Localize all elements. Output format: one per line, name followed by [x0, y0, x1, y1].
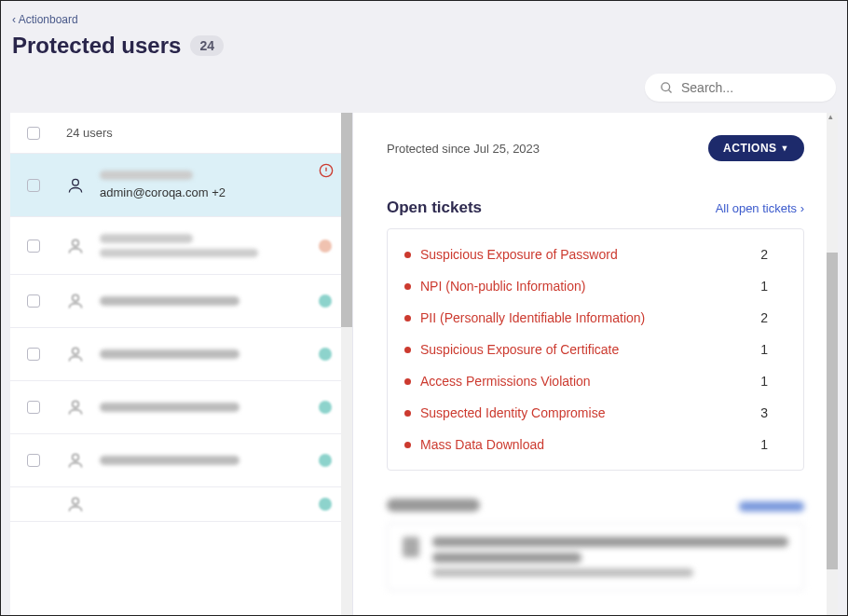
user-checkbox[interactable] — [27, 294, 40, 308]
select-all-checkbox[interactable] — [27, 127, 40, 140]
user-row[interactable] — [10, 328, 352, 381]
ticket-count: 1 — [760, 374, 786, 389]
protected-since: Protected since Jul 25, 2023 — [387, 142, 540, 156]
user-row[interactable] — [10, 275, 352, 328]
status-dot — [319, 454, 332, 467]
caret-down-icon: ▼ — [781, 144, 789, 153]
user-name — [100, 403, 239, 412]
page-title: Protected users — [12, 33, 181, 59]
svg-point-0 — [662, 82, 670, 90]
user-row[interactable] — [10, 381, 352, 434]
ticket-count: 1 — [760, 279, 786, 294]
detail-panel: Protected since Jul 25, 2023 ACTIONS ▼ O… — [353, 113, 838, 616]
user-name — [100, 234, 193, 243]
ticket-dot-icon — [404, 378, 411, 385]
ticket-dot-icon — [404, 283, 411, 290]
ticket-label[interactable]: NPI (Non-public Information) — [420, 279, 585, 294]
svg-point-8 — [73, 348, 79, 354]
actions-label: ACTIONS — [723, 142, 777, 155]
ticket-count: 1 — [760, 342, 786, 357]
svg-point-9 — [73, 401, 79, 407]
ticket-count: 2 — [760, 247, 786, 262]
user-row[interactable] — [10, 434, 352, 487]
user-icon — [66, 237, 87, 255]
ticket-row[interactable]: Suspected Identity Compromise 3 — [404, 397, 786, 429]
user-checkbox[interactable] — [27, 348, 40, 361]
user-icon — [66, 292, 87, 310]
right-scrollbar[interactable] — [827, 113, 838, 616]
user-icon — [66, 495, 87, 513]
ticket-row[interactable]: PII (Personally Identifiable Information… — [404, 302, 786, 334]
user-name — [100, 296, 239, 306]
svg-point-10 — [73, 454, 79, 460]
ticket-dot-icon — [404, 252, 411, 258]
open-tickets-title: Open tickets — [387, 198, 482, 217]
user-icon — [66, 345, 87, 363]
ticket-row[interactable]: Suspicious Exposure of Password 2 — [404, 239, 786, 270]
status-dot — [319, 498, 332, 511]
ticket-label[interactable]: Suspicious Exposure of Password — [420, 247, 618, 262]
ticket-dot-icon — [404, 410, 411, 417]
ticket-label[interactable]: Suspicious Exposure of Certificate — [420, 342, 619, 357]
user-name — [100, 456, 239, 465]
user-name — [100, 171, 193, 180]
user-checkbox[interactable] — [27, 401, 40, 414]
ticket-label[interactable]: Access Permissions Violation — [420, 374, 591, 389]
user-checkbox[interactable] — [27, 240, 40, 253]
ticket-label[interactable]: Mass Data Download — [420, 437, 544, 452]
ticket-row[interactable]: Suspicious Exposure of Certificate 1 — [404, 334, 786, 365]
search-box[interactable] — [645, 74, 836, 102]
user-list-panel: 24 users admin@coroqa.com +2 — [10, 113, 353, 616]
user-icon — [66, 398, 87, 417]
status-dot — [319, 294, 332, 308]
user-icon — [66, 176, 87, 195]
ticket-row[interactable]: Mass Data Download 1 — [404, 429, 786, 460]
user-row[interactable] — [10, 487, 352, 522]
ticket-dot-icon — [404, 442, 411, 448]
user-email — [100, 249, 258, 257]
status-dot — [319, 401, 332, 414]
svg-point-7 — [73, 294, 79, 301]
search-icon — [660, 81, 674, 95]
actions-button[interactable]: ACTIONS ▼ — [708, 135, 804, 161]
ticket-dot-icon — [404, 347, 411, 353]
all-open-tickets-link[interactable]: All open tickets › — [716, 201, 804, 215]
ticket-label[interactable]: Suspected Identity Compromise — [420, 405, 605, 420]
activity-log-section — [387, 499, 804, 591]
user-email: admin@coroqa.com +2 — [100, 185, 335, 199]
user-name — [100, 349, 239, 359]
status-dot — [319, 348, 332, 361]
svg-line-1 — [668, 89, 671, 92]
ticket-row[interactable]: Access Permissions Violation 1 — [404, 365, 786, 397]
ticket-dot-icon — [404, 315, 411, 322]
svg-point-6 — [73, 240, 79, 246]
alert-icon — [319, 163, 334, 182]
count-badge: 24 — [190, 35, 224, 56]
tickets-box: Suspicious Exposure of Password 2 NPI (N… — [387, 228, 804, 471]
svg-point-2 — [73, 179, 79, 185]
svg-point-11 — [73, 498, 79, 504]
ticket-count: 2 — [760, 310, 786, 325]
ticket-label[interactable]: PII (Personally Identifiable Information… — [420, 310, 645, 325]
ticket-count: 3 — [760, 405, 786, 420]
user-checkbox[interactable] — [27, 179, 40, 192]
user-icon — [66, 451, 87, 470]
list-header-label: 24 users — [66, 126, 113, 140]
status-dot — [319, 240, 332, 253]
ticket-row[interactable]: NPI (Non-public Information) 1 — [404, 270, 786, 302]
user-row[interactable]: admin@coroqa.com +2 — [10, 154, 352, 217]
list-header: 24 users — [10, 113, 352, 154]
left-scrollbar[interactable] — [341, 113, 352, 616]
breadcrumb[interactable]: ‹ Actionboard — [12, 13, 78, 26]
search-input[interactable] — [681, 80, 821, 95]
ticket-count: 1 — [760, 437, 786, 452]
user-row[interactable] — [10, 217, 352, 275]
user-checkbox[interactable] — [27, 454, 40, 467]
